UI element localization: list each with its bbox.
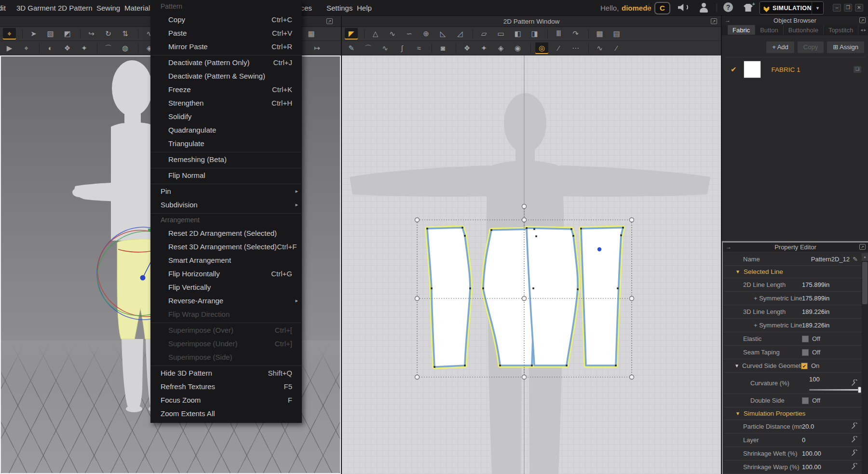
property-value[interactable]: 100 xyxy=(809,376,820,383)
2d-pattern-viewport[interactable] xyxy=(341,55,721,474)
pattern-piece-1[interactable] xyxy=(427,228,470,367)
perpendicular-line-tool[interactable]: ⁄ xyxy=(610,42,623,54)
wrench-icon[interactable] xyxy=(851,436,858,444)
select-avatar-tool[interactable]: ⌖ xyxy=(20,42,33,54)
context-menu-item[interactable]: Flip Normal ▸ xyxy=(150,168,302,182)
context-menu-item[interactable]: Flip Wrap Direction ▸ xyxy=(150,307,302,321)
speaker-icon[interactable] xyxy=(677,2,690,14)
section-selected-line[interactable]: ▼ Selected Line xyxy=(724,266,862,278)
context-menu-item[interactable]: Paste Ctrl+V ▸ xyxy=(150,26,302,40)
elastic-checkbox[interactable] xyxy=(802,336,809,342)
context-menu-item[interactable]: Deactivate (Pattern Only) Ctrl+J ▸ xyxy=(150,55,302,69)
clo-logo-icon[interactable]: C xyxy=(654,2,670,14)
tab-button[interactable]: Button xyxy=(755,25,784,35)
edit-curve-point-tool[interactable]: ∽ xyxy=(403,28,416,40)
restore-button[interactable]: ❐ xyxy=(844,4,852,12)
simulate-tool[interactable]: ▶ xyxy=(3,42,16,54)
minimize-button[interactable]: – xyxy=(833,4,841,12)
show-pins-tool[interactable]: ◍ xyxy=(119,42,132,54)
wrench-icon[interactable] xyxy=(851,422,858,431)
assign-fabric-button[interactable]: ⊞ Assign xyxy=(827,41,864,53)
selected-point[interactable] xyxy=(597,247,601,251)
context-menu-item[interactable]: Hide 3D Pattern Shift+Q ▸ xyxy=(150,366,302,379)
pattern-name-value[interactable]: Pattern2D_12 xyxy=(811,256,850,263)
close-button[interactable]: ✕ xyxy=(855,4,863,12)
measure-tool[interactable]: ↦ xyxy=(311,42,324,54)
popout-icon[interactable]: ↗ xyxy=(859,244,866,250)
context-menu-item[interactable]: Superimpose (Side) ▸ xyxy=(150,350,302,364)
gizmo-move-tool[interactable]: ⌖ xyxy=(3,28,16,40)
context-menu-item[interactable]: Quadrangulate ▸ xyxy=(150,123,302,136)
context-menu-item[interactable]: Flip Vertically ▸ xyxy=(150,280,302,294)
scroll-up-icon[interactable]: ▲ xyxy=(862,253,868,261)
pattern-piece-4[interactable] xyxy=(581,228,623,366)
pin-cloth-tool[interactable]: ✦ xyxy=(477,42,490,54)
context-menu-item[interactable]: Reset 2D Arrangement (Selected) ▸ xyxy=(150,226,302,240)
context-menu-item[interactable]: Superimpose (Under) Ctrl+] ▸ xyxy=(150,337,302,350)
context-menu-item[interactable]: Refresh Textures F5 ▸ xyxy=(150,379,302,393)
wrench-icon[interactable] xyxy=(851,463,858,471)
menu-sewing[interactable]: Sewing xyxy=(96,4,120,12)
context-menu-item[interactable]: Deactivate (Pattern & Sewing) ▸ xyxy=(150,69,302,82)
help-icon[interactable]: ? xyxy=(722,2,734,14)
rotate-pattern-tool[interactable]: ↻ xyxy=(102,28,115,40)
context-menu-item[interactable]: Triangulate ▸ xyxy=(150,136,302,150)
context-menu-item[interactable]: Copy Ctrl+C ▸ xyxy=(150,13,302,26)
menu-materials[interactable]: Materials xyxy=(124,4,154,12)
wrench-icon[interactable] xyxy=(851,379,858,388)
property-value[interactable]: 100.00 xyxy=(802,450,821,457)
scrollbar-thumb[interactable] xyxy=(862,262,868,304)
double-side-checkbox[interactable] xyxy=(802,397,809,404)
curvature-slider[interactable] xyxy=(809,387,861,392)
context-menu-item[interactable]: Flip Horizontally Ctrl+G ▸ xyxy=(150,267,302,280)
menu-3d-garment[interactable]: 3D Garment xyxy=(16,4,56,12)
fabric-shading-tool[interactable]: ◈ xyxy=(494,42,507,54)
arrangement-grid-tool[interactable]: ▦ xyxy=(305,28,318,40)
context-menu-item[interactable]: Solidify ▸ xyxy=(150,109,302,123)
context-menu-item[interactable]: Superimpose (Over) Ctrl+[ ▸ xyxy=(150,323,302,337)
box-select-tool[interactable]: ▧ xyxy=(44,28,57,40)
context-menu-item[interactable]: Freeze Ctrl+K ▸ xyxy=(150,82,302,96)
edit-grid-tool[interactable]: ▤ xyxy=(610,28,623,40)
edit-sewing-tool[interactable]: ✎ xyxy=(345,42,358,54)
popout-icon[interactable]: ↗ xyxy=(711,18,717,24)
internal-line-tool[interactable]: ⁄ xyxy=(552,42,565,54)
context-menu-item[interactable]: Strengthen Ctrl+H ▸ xyxy=(150,96,302,109)
add-point-tool[interactable]: ⊕ xyxy=(420,28,433,40)
account-icon[interactable] xyxy=(698,2,710,14)
show-garment-tool[interactable]: ❖ xyxy=(61,42,74,54)
chevron-down-icon[interactable]: ▼ xyxy=(734,363,739,368)
create-rectangle-tool[interactable]: ▭ xyxy=(494,28,507,40)
scrollbar[interactable]: ▲ xyxy=(862,253,868,474)
popout-icon[interactable]: ↗ xyxy=(326,18,333,24)
property-value[interactable]: 189.226in xyxy=(802,322,829,329)
property-value[interactable]: 20.0 xyxy=(802,423,814,430)
fabric-list-item[interactable]: ✔ FABRIC 1 ❏ xyxy=(722,60,868,79)
popout-icon[interactable]: ↗ xyxy=(859,17,866,23)
tab-buttonhole[interactable]: Buttonhole xyxy=(784,25,824,35)
collapse-panel-icon[interactable]: → xyxy=(725,16,731,25)
context-menu-item[interactable]: Remeshing (Beta) ▸ xyxy=(150,152,302,166)
context-menu-item[interactable]: Reverse-Arrange ▸ xyxy=(150,294,302,307)
tab-topstitch[interactable]: Topstitch xyxy=(824,25,858,35)
create-internal-rectangle-tool[interactable]: ◨ xyxy=(528,28,541,40)
property-value[interactable]: 175.899in xyxy=(802,281,829,288)
username[interactable]: diomede xyxy=(622,4,651,12)
property-value[interactable]: 100.00 xyxy=(802,463,821,471)
simulation-dropdown-arrow[interactable]: ▼ xyxy=(812,2,823,14)
free-sewing-tool[interactable]: ∿ xyxy=(379,42,392,54)
tab-scroll-arrows-icon[interactable]: ◂ ▸ xyxy=(860,25,868,35)
create-internal-polygon-tool[interactable]: ◧ xyxy=(511,28,524,40)
add-garment-icon[interactable]: + xyxy=(742,2,755,14)
texture-pattern-tool[interactable]: ◉ xyxy=(511,42,524,54)
edit-curvature-tool[interactable]: ∿ xyxy=(386,28,399,40)
flip-pattern-tool[interactable]: ⇅ xyxy=(119,28,132,40)
mn-segment-sewing-tool[interactable]: ∫ xyxy=(395,42,408,54)
lasso-select-tool[interactable]: ◩ xyxy=(61,28,74,40)
context-menu-item[interactable]: Mirror Paste Ctrl+R ▸ xyxy=(150,40,302,53)
menu-2d-pattern[interactable]: 2D Pattern xyxy=(58,4,93,12)
segment-sewing-tool[interactable]: ⌒ xyxy=(362,42,375,54)
unfold-arrangement-tool[interactable]: ↷ xyxy=(569,28,582,40)
save-fabric-icon[interactable]: ❏ xyxy=(854,66,861,73)
slider-thumb[interactable] xyxy=(858,387,861,393)
